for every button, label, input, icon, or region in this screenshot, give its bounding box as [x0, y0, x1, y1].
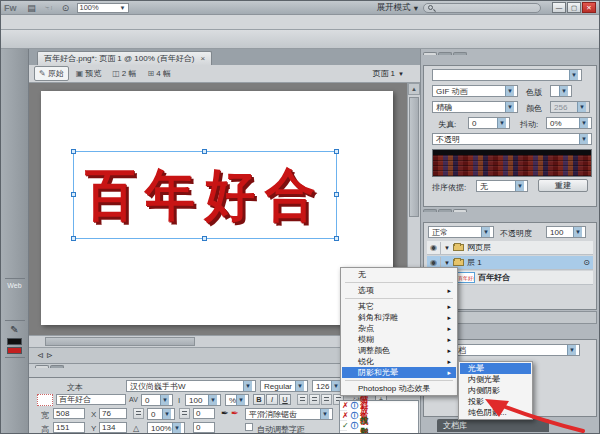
- tool-button[interactable]: [4, 66, 26, 80]
- maximize-button[interactable]: ▢: [567, 2, 581, 13]
- panel-tab[interactable]: [35, 365, 49, 368]
- align-right-button[interactable]: [321, 394, 332, 405]
- context-menu-item[interactable]: 无: [342, 269, 456, 280]
- colors-select[interactable]: 256 ▼: [550, 101, 590, 113]
- selection-handle[interactable]: [334, 192, 339, 197]
- state-nav-icons[interactable]: ⊲ ⊳: [37, 351, 53, 360]
- tool-button[interactable]: [4, 374, 26, 388]
- text-selection-box[interactable]: 百年好合: [73, 151, 337, 239]
- close-button[interactable]: ✕: [582, 2, 596, 13]
- transparency-select[interactable]: 不透明 ▼: [432, 133, 592, 145]
- expand-arrow-icon[interactable]: ▼: [444, 245, 450, 251]
- toolbar-icon[interactable]: [298, 33, 311, 46]
- zoom-level-select[interactable]: 100% ▼: [77, 3, 129, 13]
- leading-select[interactable]: 100 ▼: [185, 394, 221, 406]
- tool-button[interactable]: [4, 80, 26, 94]
- selection-handle[interactable]: [202, 149, 207, 154]
- blend-mode-select[interactable]: 正常 ▼: [428, 226, 494, 238]
- y-input[interactable]: 134: [99, 422, 127, 433]
- sort-select[interactable]: 无 ▼: [476, 180, 528, 192]
- close-icon[interactable]: ×: [200, 54, 205, 63]
- tool-button[interactable]: [4, 304, 26, 318]
- context-menu-item[interactable]: 调整颜色 ▸: [342, 345, 456, 356]
- context-menu-item[interactable]: 杂点 ▸: [342, 323, 456, 334]
- panel-grid-icon[interactable]: ▤: [26, 2, 38, 13]
- antialias-select[interactable]: 平滑消除锯齿 ▼: [245, 408, 333, 420]
- color-swatch-table[interactable]: [432, 149, 592, 177]
- filter-enabled-mark[interactable]: ✗: [342, 411, 349, 420]
- fill-pen-icon[interactable]: ✒: [231, 408, 239, 418]
- tool-button[interactable]: [4, 52, 26, 66]
- context-menu-item[interactable]: [345, 282, 453, 283]
- submenu-item[interactable]: 光晕: [460, 363, 531, 374]
- filter-enabled-mark[interactable]: ✓: [342, 421, 349, 430]
- opacity-select[interactable]: 100 ▼: [546, 226, 586, 238]
- width-input[interactable]: 508: [53, 408, 85, 419]
- scroll-up-icon[interactable]: ▲: [408, 83, 420, 95]
- filter-row[interactable]: ✗ ⓘ 外斜角: [340, 401, 347, 411]
- font-family-select[interactable]: 汉仪尚巍手书W ▼: [126, 380, 256, 392]
- bold-button[interactable]: B: [253, 394, 265, 405]
- panel-tab[interactable]: [50, 365, 64, 368]
- paragraph-indent-select[interactable]: 0 ▼: [147, 408, 175, 420]
- selection-handle[interactable]: [71, 192, 76, 197]
- selection-handle[interactable]: [334, 236, 339, 241]
- scrollbar-thumb[interactable]: [409, 97, 419, 217]
- stroke-color-well[interactable]: [7, 338, 22, 345]
- toolbar-icon[interactable]: [128, 33, 141, 46]
- submenu-item[interactable]: 内侧阴影: [460, 385, 531, 396]
- filter-row[interactable]: ✓ ⓘ 投影: [340, 421, 347, 431]
- layer-row-web[interactable]: ◉ ▼ 网页层: [427, 241, 593, 255]
- expand-arrow-icon[interactable]: ▼: [444, 260, 450, 266]
- toolbar-icon[interactable]: [145, 33, 158, 46]
- toolbar-icon[interactable]: [281, 33, 294, 46]
- selection-handle[interactable]: [71, 236, 76, 241]
- filter-enabled-mark[interactable]: ✗: [342, 401, 349, 410]
- preview-mode-button[interactable]: ⊞ 4 幅: [144, 66, 175, 81]
- toolbar-icon[interactable]: [213, 33, 226, 46]
- menu-item[interactable]: [51, 21, 65, 23]
- italic-button[interactable]: I: [266, 394, 278, 405]
- canvas-text[interactable]: 百年好合: [85, 167, 325, 223]
- info-icon[interactable]: ⓘ: [351, 421, 359, 431]
- stroke-pen-icon[interactable]: ✒: [221, 408, 229, 418]
- matte-color-button[interactable]: ▼: [550, 85, 572, 97]
- preview-mode-button[interactable]: ▣ 预览: [72, 66, 106, 81]
- page-selector[interactable]: 页面 1 ▼: [372, 68, 404, 79]
- panel-tab[interactable]: [423, 52, 437, 55]
- tool-button[interactable]: [4, 290, 26, 304]
- info-icon[interactable]: ⓘ: [351, 401, 359, 411]
- context-menu-item[interactable]: 锐化 ▸: [342, 356, 456, 367]
- scrollbar-thumb[interactable]: [45, 337, 195, 346]
- toolbar-icon[interactable]: [247, 33, 260, 46]
- dither-select[interactable]: 0% ▼: [546, 117, 592, 129]
- menu-item[interactable]: [37, 21, 51, 23]
- saved-settings-select[interactable]: ▼: [432, 69, 582, 81]
- height-input[interactable]: 151: [53, 422, 85, 433]
- context-menu-item[interactable]: 模糊 ▸: [342, 334, 456, 345]
- panel-tab[interactable]: [453, 52, 467, 55]
- minimize-button[interactable]: —: [552, 2, 566, 13]
- tool-button[interactable]: [4, 136, 26, 150]
- font-style-select[interactable]: Regular ▼: [260, 380, 308, 392]
- tool-button[interactable]: [4, 108, 26, 122]
- hscale-select[interactable]: 100% ▼: [147, 422, 185, 434]
- info-icon[interactable]: ⓘ: [351, 411, 359, 421]
- tool-button[interactable]: [4, 248, 26, 262]
- export-format-select[interactable]: GIF 动画 ▼: [432, 85, 518, 97]
- toolbar-icon[interactable]: [77, 33, 90, 46]
- leading-unit-select[interactable]: % ▼: [225, 394, 249, 406]
- align-center-button[interactable]: [309, 394, 320, 405]
- underline-button[interactable]: U: [279, 394, 291, 405]
- menu-item[interactable]: [65, 21, 79, 23]
- document-tab[interactable]: 百年好合.png*: 页面 1 @ 100% (百年好合) ×: [37, 51, 212, 65]
- toolbar-icon[interactable]: [264, 33, 277, 46]
- tool-button[interactable]: [4, 206, 26, 220]
- object-name-input[interactable]: 百年好合: [56, 394, 126, 405]
- context-menu-item[interactable]: [345, 380, 453, 381]
- submenu-item[interactable]: 投影: [460, 396, 531, 407]
- toolbar-icon[interactable]: [162, 33, 175, 46]
- context-menu-item[interactable]: 选项 ▸: [342, 285, 456, 296]
- palette-select[interactable]: 精确 ▼: [432, 101, 518, 113]
- preview-mode-button[interactable]: ◫ 2 幅: [108, 66, 140, 81]
